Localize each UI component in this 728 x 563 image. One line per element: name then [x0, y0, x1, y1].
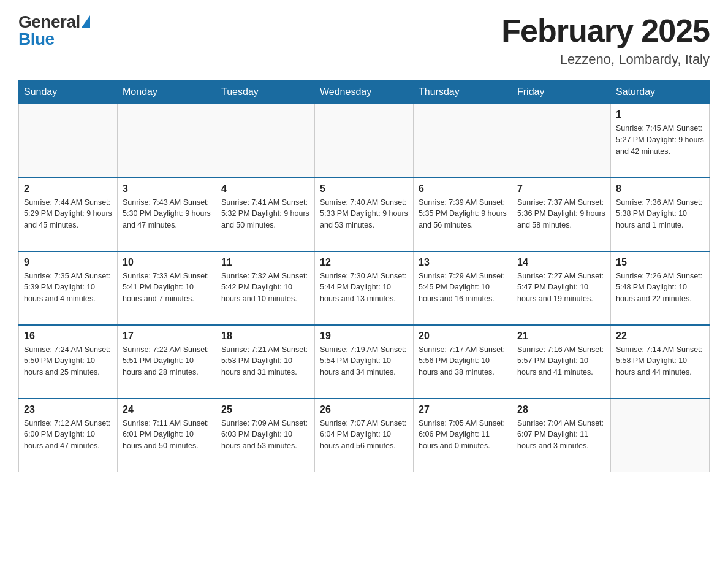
- day-number: 14: [517, 257, 605, 268]
- calendar-cell-w5-d2: 24Sunrise: 7:11 AM Sunset: 6:01 PM Dayli…: [118, 399, 216, 472]
- day-number: 6: [419, 183, 507, 194]
- day-info: Sunrise: 7:44 AM Sunset: 5:29 PM Dayligh…: [24, 197, 112, 231]
- day-number: 28: [517, 404, 605, 415]
- calendar-cell-w5-d5: 27Sunrise: 7:05 AM Sunset: 6:06 PM Dayli…: [414, 399, 512, 472]
- calendar-cell-w2-d7: 8Sunrise: 7:36 AM Sunset: 5:38 PM Daylig…: [611, 178, 710, 251]
- page-header: General Blue February 2025 Lezzeno, Lomb…: [18, 12, 710, 67]
- calendar-cell-w1-d7: 1Sunrise: 7:45 AM Sunset: 5:27 PM Daylig…: [611, 104, 710, 178]
- day-info: Sunrise: 7:11 AM Sunset: 6:01 PM Dayligh…: [123, 418, 211, 452]
- day-info: Sunrise: 7:29 AM Sunset: 5:45 PM Dayligh…: [419, 270, 507, 305]
- calendar-week-5: 23Sunrise: 7:12 AM Sunset: 6:00 PM Dayli…: [19, 399, 710, 472]
- day-number: 12: [320, 257, 408, 268]
- weekday-header-monday: Monday: [118, 80, 216, 104]
- day-info: Sunrise: 7:40 AM Sunset: 5:33 PM Dayligh…: [320, 197, 408, 231]
- calendar-table: SundayMondayTuesdayWednesdayThursdayFrid…: [18, 80, 710, 472]
- calendar-cell-w3-d5: 13Sunrise: 7:29 AM Sunset: 5:45 PM Dayli…: [414, 251, 512, 325]
- day-number: 10: [123, 257, 211, 268]
- calendar-cell-w4-d4: 19Sunrise: 7:19 AM Sunset: 5:54 PM Dayli…: [315, 325, 414, 399]
- day-info: Sunrise: 7:16 AM Sunset: 5:57 PM Dayligh…: [517, 344, 605, 378]
- calendar-week-4: 16Sunrise: 7:24 AM Sunset: 5:50 PM Dayli…: [19, 325, 710, 399]
- calendar-cell-w1-d2: [118, 104, 216, 178]
- day-info: Sunrise: 7:39 AM Sunset: 5:35 PM Dayligh…: [419, 197, 507, 231]
- day-info: Sunrise: 7:21 AM Sunset: 5:53 PM Dayligh…: [221, 344, 309, 378]
- day-number: 26: [320, 404, 408, 415]
- calendar-title: February 2025: [501, 12, 710, 49]
- day-number: 3: [123, 183, 211, 194]
- calendar-cell-w3-d2: 10Sunrise: 7:33 AM Sunset: 5:41 PM Dayli…: [118, 251, 216, 325]
- day-info: Sunrise: 7:05 AM Sunset: 6:06 PM Dayligh…: [419, 418, 507, 452]
- calendar-cell-w2-d5: 6Sunrise: 7:39 AM Sunset: 5:35 PM Daylig…: [414, 178, 512, 251]
- title-section: February 2025 Lezzeno, Lombardy, Italy: [501, 12, 710, 67]
- calendar-cell-w5-d6: 28Sunrise: 7:04 AM Sunset: 6:07 PM Dayli…: [512, 399, 611, 472]
- day-info: Sunrise: 7:32 AM Sunset: 5:42 PM Dayligh…: [221, 270, 309, 305]
- day-number: 19: [320, 331, 408, 342]
- calendar-cell-w3-d7: 15Sunrise: 7:26 AM Sunset: 5:48 PM Dayli…: [611, 251, 710, 325]
- calendar-cell-w4-d1: 16Sunrise: 7:24 AM Sunset: 5:50 PM Dayli…: [19, 325, 118, 399]
- day-info: Sunrise: 7:22 AM Sunset: 5:51 PM Dayligh…: [123, 344, 211, 378]
- day-number: 24: [123, 404, 211, 415]
- calendar-cell-w5-d7: [611, 399, 710, 472]
- day-info: Sunrise: 7:43 AM Sunset: 5:30 PM Dayligh…: [123, 197, 211, 231]
- weekday-header-wednesday: Wednesday: [315, 80, 414, 104]
- day-number: 11: [221, 257, 309, 268]
- calendar-cell-w1-d5: [414, 104, 512, 178]
- day-number: 17: [123, 331, 211, 342]
- weekday-header-row: SundayMondayTuesdayWednesdayThursdayFrid…: [19, 80, 710, 104]
- calendar-cell-w3-d4: 12Sunrise: 7:30 AM Sunset: 5:44 PM Dayli…: [315, 251, 414, 325]
- day-number: 4: [221, 183, 309, 194]
- calendar-cell-w5-d1: 23Sunrise: 7:12 AM Sunset: 6:00 PM Dayli…: [19, 399, 118, 472]
- calendar-cell-w3-d1: 9Sunrise: 7:35 AM Sunset: 5:39 PM Daylig…: [19, 251, 118, 325]
- day-info: Sunrise: 7:27 AM Sunset: 5:47 PM Dayligh…: [517, 270, 605, 305]
- day-info: Sunrise: 7:14 AM Sunset: 5:58 PM Dayligh…: [616, 344, 704, 378]
- day-number: 22: [616, 331, 704, 342]
- day-info: Sunrise: 7:04 AM Sunset: 6:07 PM Dayligh…: [517, 418, 605, 452]
- calendar-subtitle: Lezzeno, Lombardy, Italy: [501, 52, 710, 67]
- day-info: Sunrise: 7:36 AM Sunset: 5:38 PM Dayligh…: [616, 197, 704, 231]
- calendar-cell-w1-d6: [512, 104, 611, 178]
- calendar-cell-w4-d7: 22Sunrise: 7:14 AM Sunset: 5:58 PM Dayli…: [611, 325, 710, 399]
- calendar-cell-w4-d6: 21Sunrise: 7:16 AM Sunset: 5:57 PM Dayli…: [512, 325, 611, 399]
- day-number: 18: [221, 331, 309, 342]
- day-number: 7: [517, 183, 605, 194]
- day-info: Sunrise: 7:30 AM Sunset: 5:44 PM Dayligh…: [320, 270, 408, 305]
- day-number: 27: [419, 404, 507, 415]
- day-number: 16: [24, 331, 112, 342]
- day-number: 9: [24, 257, 112, 268]
- calendar-cell-w4-d2: 17Sunrise: 7:22 AM Sunset: 5:51 PM Dayli…: [118, 325, 216, 399]
- day-info: Sunrise: 7:12 AM Sunset: 6:00 PM Dayligh…: [24, 418, 112, 452]
- day-number: 2: [24, 183, 112, 194]
- calendar-cell-w4-d3: 18Sunrise: 7:21 AM Sunset: 5:53 PM Dayli…: [216, 325, 315, 399]
- day-number: 8: [616, 183, 704, 194]
- day-info: Sunrise: 7:37 AM Sunset: 5:36 PM Dayligh…: [517, 197, 605, 231]
- day-info: Sunrise: 7:45 AM Sunset: 5:27 PM Dayligh…: [616, 123, 704, 157]
- logo-blue-text: Blue: [18, 29, 55, 49]
- day-number: 20: [419, 331, 507, 342]
- day-number: 5: [320, 183, 408, 194]
- calendar-cell-w2-d3: 4Sunrise: 7:41 AM Sunset: 5:32 PM Daylig…: [216, 178, 315, 251]
- logo: General Blue: [18, 12, 90, 49]
- calendar-cell-w1-d1: [19, 104, 118, 178]
- day-number: 21: [517, 331, 605, 342]
- day-info: Sunrise: 7:07 AM Sunset: 6:04 PM Dayligh…: [320, 418, 408, 452]
- weekday-header-tuesday: Tuesday: [216, 80, 315, 104]
- day-info: Sunrise: 7:41 AM Sunset: 5:32 PM Dayligh…: [221, 197, 309, 231]
- calendar-cell-w5-d3: 25Sunrise: 7:09 AM Sunset: 6:03 PM Dayli…: [216, 399, 315, 472]
- calendar-cell-w2-d1: 2Sunrise: 7:44 AM Sunset: 5:29 PM Daylig…: [19, 178, 118, 251]
- day-info: Sunrise: 7:35 AM Sunset: 5:39 PM Dayligh…: [24, 270, 112, 305]
- calendar-week-3: 9Sunrise: 7:35 AM Sunset: 5:39 PM Daylig…: [19, 251, 710, 325]
- logo-triangle-icon: [82, 15, 90, 28]
- weekday-header-sunday: Sunday: [19, 80, 118, 104]
- calendar-week-2: 2Sunrise: 7:44 AM Sunset: 5:29 PM Daylig…: [19, 178, 710, 251]
- day-info: Sunrise: 7:24 AM Sunset: 5:50 PM Dayligh…: [24, 344, 112, 378]
- calendar-week-1: 1Sunrise: 7:45 AM Sunset: 5:27 PM Daylig…: [19, 104, 710, 178]
- calendar-cell-w2-d4: 5Sunrise: 7:40 AM Sunset: 5:33 PM Daylig…: [315, 178, 414, 251]
- calendar-cell-w4-d5: 20Sunrise: 7:17 AM Sunset: 5:56 PM Dayli…: [414, 325, 512, 399]
- calendar-cell-w1-d4: [315, 104, 414, 178]
- calendar-cell-w1-d3: [216, 104, 315, 178]
- weekday-header-saturday: Saturday: [611, 80, 710, 104]
- weekday-header-thursday: Thursday: [414, 80, 512, 104]
- day-info: Sunrise: 7:09 AM Sunset: 6:03 PM Dayligh…: [221, 418, 309, 452]
- calendar-cell-w3-d6: 14Sunrise: 7:27 AM Sunset: 5:47 PM Dayli…: [512, 251, 611, 325]
- calendar-cell-w2-d6: 7Sunrise: 7:37 AM Sunset: 5:36 PM Daylig…: [512, 178, 611, 251]
- calendar-cell-w2-d2: 3Sunrise: 7:43 AM Sunset: 5:30 PM Daylig…: [118, 178, 216, 251]
